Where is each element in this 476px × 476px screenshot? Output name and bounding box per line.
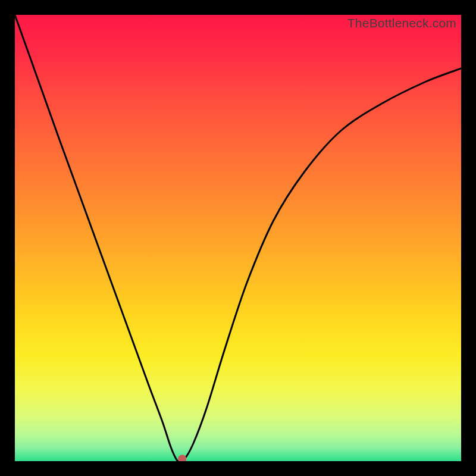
bottleneck-curve xyxy=(15,15,461,461)
optimal-marker xyxy=(178,455,186,461)
watermark-label: TheBottleneck.com xyxy=(347,16,456,30)
chart-frame: TheBottleneck.com xyxy=(0,0,476,476)
plot-area: TheBottleneck.com xyxy=(15,15,461,461)
